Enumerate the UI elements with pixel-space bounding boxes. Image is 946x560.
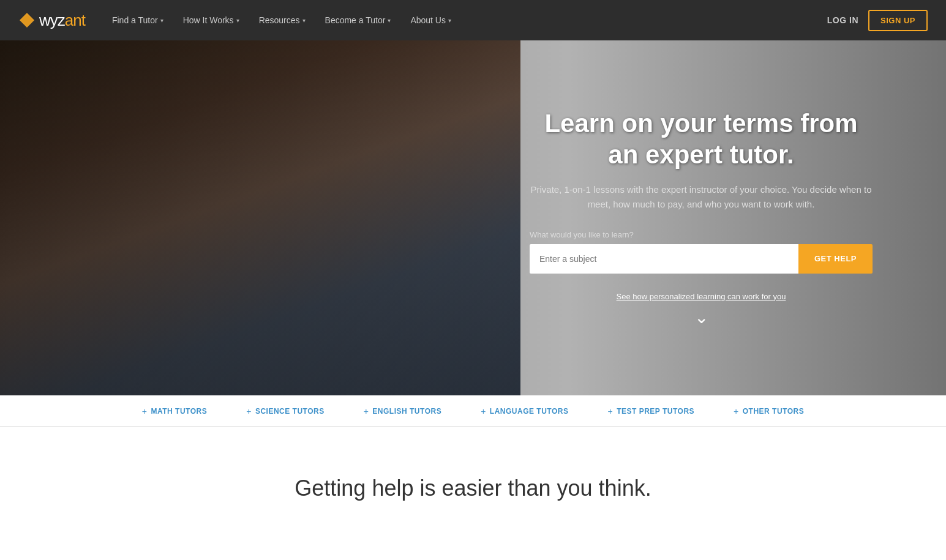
chevron-down-icon: ▾ [388, 17, 391, 24]
plus-icon: + [734, 406, 739, 416]
tutor-science[interactable]: + SCIENCE TUTORS [227, 406, 343, 416]
hero-subtitle: Private, 1-on-1 lessons with the expert … [530, 182, 873, 212]
hero-title: Learn on your terms from an expert tutor… [530, 108, 873, 170]
chevron-down-icon: ▾ [160, 17, 163, 24]
plus-icon: + [142, 406, 148, 416]
tutor-math[interactable]: + MATH TUTORS [122, 406, 227, 416]
plus-icon: + [246, 406, 252, 416]
tutor-other[interactable]: + OTHER TUTORS [714, 406, 824, 416]
nav-about-us[interactable]: About Us ▾ [402, 0, 460, 40]
navbar-actions: LOG IN SIGN UP [827, 10, 928, 31]
login-button[interactable]: LOG IN [827, 15, 858, 25]
chevron-down-icon: ▾ [236, 17, 239, 24]
chevron-down-icon: ▾ [302, 17, 306, 24]
scroll-down-icon[interactable]: ⌄ [530, 307, 873, 327]
plus-icon: + [364, 406, 369, 416]
search-input[interactable] [530, 244, 798, 274]
plus-icon: + [481, 406, 486, 416]
logo-ant: ant [65, 11, 85, 29]
svg-marker-1 [21, 15, 32, 26]
nav-resources[interactable]: Resources ▾ [250, 0, 314, 40]
tutor-category-bar: + MATH TUTORS + SCIENCE TUTORS + ENGLISH… [0, 395, 946, 427]
bottom-section: Getting help is easier than you think. [0, 427, 946, 526]
search-row: GET HELP [530, 244, 873, 274]
logo-icon [18, 12, 36, 29]
tutor-test-prep[interactable]: + TEST PREP TUTORS [588, 406, 714, 416]
search-section: What would you like to learn? GET HELP [530, 230, 873, 274]
signup-button[interactable]: SIGN UP [868, 10, 928, 31]
search-label: What would you like to learn? [530, 230, 873, 239]
chevron-down-icon: ▾ [448, 17, 451, 24]
logo[interactable]: wyzant [18, 11, 85, 30]
navbar-nav: Find a Tutor ▾ How It Works ▾ Resources … [103, 0, 827, 40]
hero-content: Learn on your terms from an expert tutor… [493, 108, 909, 327]
plus-icon: + [607, 406, 613, 416]
nav-become-tutor[interactable]: Become a Tutor ▾ [317, 0, 400, 40]
see-how-link[interactable]: See how personalized learning can work f… [530, 292, 873, 301]
navbar: wyzant Find a Tutor ▾ How It Works ▾ Res… [0, 0, 946, 40]
tutor-language[interactable]: + LANGUAGE TUTORS [461, 406, 588, 416]
logo-wyz: wyz [39, 11, 65, 29]
nav-how-it-works[interactable]: How It Works ▾ [175, 0, 248, 40]
nav-find-tutor[interactable]: Find a Tutor ▾ [103, 0, 172, 40]
tutor-bar-items: + MATH TUTORS + SCIENCE TUTORS + ENGLISH… [0, 406, 946, 426]
tutor-english[interactable]: + ENGLISH TUTORS [344, 406, 461, 416]
get-help-button[interactable]: GET HELP [798, 244, 873, 274]
hero-section: Learn on your terms from an expert tutor… [0, 40, 946, 395]
bottom-title: Getting help is easier than you think. [24, 476, 922, 501]
